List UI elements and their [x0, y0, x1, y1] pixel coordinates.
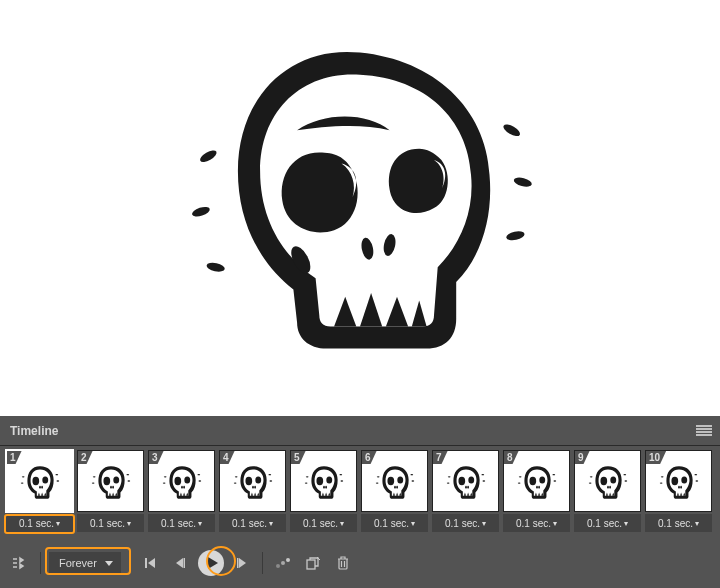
frame-thumbnail[interactable]: 8	[503, 450, 570, 512]
frame-duration-dropdown[interactable]: 0.1 sec.▾	[645, 514, 712, 532]
svg-point-53	[387, 477, 394, 485]
frame[interactable]: 8 0.1 sec.▾	[503, 450, 570, 532]
frame-duration-dropdown[interactable]: 0.1 sec.▾	[6, 514, 73, 532]
svg-point-65	[518, 476, 521, 477]
svg-point-83	[694, 474, 697, 475]
svg-point-49	[376, 476, 379, 477]
chevron-down-icon: ▾	[411, 519, 415, 528]
frame-thumbnail-skull	[19, 460, 61, 502]
svg-point-4	[513, 176, 533, 189]
frame[interactable]: 5 0.1 sec.▾	[290, 450, 357, 532]
chevron-down-icon: ▾	[624, 519, 628, 528]
frame[interactable]: 2 0.1 sec.▾	[77, 450, 144, 532]
svg-point-77	[600, 477, 607, 485]
frame[interactable]: 6 0.1 sec.▾	[361, 450, 428, 532]
svg-point-74	[588, 482, 591, 483]
svg-point-22	[113, 476, 119, 483]
frame-thumbnail[interactable]: 1	[6, 450, 73, 512]
frame-duration-dropdown[interactable]: 0.1 sec.▾	[290, 514, 357, 532]
frame-thumbnail-skull	[445, 460, 487, 502]
svg-point-6	[360, 237, 375, 261]
frame-duration-label: 0.1 sec.	[19, 518, 54, 529]
frame-duration-dropdown[interactable]: 0.1 sec.▾	[148, 514, 215, 532]
svg-point-40	[254, 486, 256, 489]
svg-point-38	[255, 476, 261, 483]
frame-thumbnail[interactable]: 4	[219, 450, 286, 512]
frame[interactable]: 7 0.1 sec.▾	[432, 450, 499, 532]
svg-point-2	[206, 261, 226, 273]
svg-point-61	[458, 477, 465, 485]
svg-point-36	[269, 480, 272, 481]
separator	[262, 552, 263, 574]
svg-point-13	[32, 477, 39, 485]
chevron-down-icon: ▾	[695, 519, 699, 528]
frame-duration-dropdown[interactable]: 0.1 sec.▾	[219, 514, 286, 532]
play-button[interactable]	[198, 550, 224, 576]
svg-point-19	[126, 474, 129, 475]
svg-point-59	[481, 474, 484, 475]
svg-point-62	[468, 476, 474, 483]
svg-point-88	[680, 486, 682, 489]
timeline-controls: Forever	[0, 542, 720, 584]
svg-point-17	[92, 476, 95, 477]
frame-duration-dropdown[interactable]: 0.1 sec.▾	[503, 514, 570, 532]
previous-frame-button[interactable]	[168, 551, 192, 575]
frame-thumbnail-skull	[90, 460, 132, 502]
frames-strip: 1 0.1 sec.▾ 2 0.1 sec.▾ 3	[0, 446, 720, 542]
svg-point-66	[517, 482, 520, 483]
svg-point-0	[198, 148, 218, 164]
svg-point-56	[396, 486, 398, 489]
svg-point-69	[529, 477, 536, 485]
frame[interactable]: 4 0.1 sec.▾	[219, 450, 286, 532]
svg-point-78	[610, 476, 616, 483]
frame-duration-label: 0.1 sec.	[90, 518, 125, 529]
svg-point-87	[678, 486, 680, 489]
loop-mode-dropdown[interactable]: Forever	[49, 552, 121, 574]
svg-point-15	[39, 486, 41, 489]
frame[interactable]: 1 0.1 sec.▾	[6, 450, 73, 532]
svg-point-39	[252, 486, 254, 489]
frame-duration-dropdown[interactable]: 0.1 sec.▾	[361, 514, 428, 532]
svg-point-84	[695, 480, 698, 481]
frame-duration-label: 0.1 sec.	[658, 518, 693, 529]
svg-point-28	[198, 480, 201, 481]
convert-timeline-button[interactable]	[8, 551, 32, 575]
delete-frame-button[interactable]	[331, 551, 355, 575]
frame-duration-dropdown[interactable]: 0.1 sec.▾	[432, 514, 499, 532]
svg-point-20	[127, 480, 130, 481]
svg-point-54	[397, 476, 403, 483]
chevron-down-icon: ▾	[56, 519, 60, 528]
svg-point-68	[553, 480, 556, 481]
frame-thumbnail[interactable]: 6	[361, 450, 428, 512]
svg-point-14	[42, 476, 48, 483]
tween-button[interactable]	[271, 551, 295, 575]
svg-point-52	[411, 480, 414, 481]
chevron-down-icon: ▾	[340, 519, 344, 528]
svg-point-85	[671, 477, 678, 485]
svg-point-70	[539, 476, 545, 483]
panel-menu-icon[interactable]	[696, 425, 712, 437]
first-frame-button[interactable]	[138, 551, 162, 575]
frame-thumbnail[interactable]: 10	[645, 450, 712, 512]
frame-thumbnail[interactable]: 2	[77, 450, 144, 512]
svg-point-3	[502, 122, 522, 138]
frame-duration-label: 0.1 sec.	[374, 518, 409, 529]
frame-thumbnail[interactable]: 3	[148, 450, 215, 512]
svg-rect-89	[145, 558, 147, 568]
frame[interactable]: 9 0.1 sec.▾	[574, 450, 641, 532]
next-frame-button[interactable]	[230, 551, 254, 575]
svg-point-9	[21, 476, 24, 477]
play-icon	[208, 557, 218, 569]
frame-duration-dropdown[interactable]: 0.1 sec.▾	[77, 514, 144, 532]
svg-point-51	[410, 474, 413, 475]
frame[interactable]: 3 0.1 sec.▾	[148, 450, 215, 532]
svg-point-44	[340, 480, 343, 481]
frame-duration-dropdown[interactable]: 0.1 sec.▾	[574, 514, 641, 532]
frame-thumbnail[interactable]: 5	[290, 450, 357, 512]
svg-point-12	[56, 480, 59, 481]
frame-thumbnail[interactable]: 7	[432, 450, 499, 512]
frame-thumbnail[interactable]: 9	[574, 450, 641, 512]
frame[interactable]: 10 0.1 sec.▾	[645, 450, 712, 532]
duplicate-frame-button[interactable]	[301, 551, 325, 575]
canvas	[0, 0, 720, 416]
